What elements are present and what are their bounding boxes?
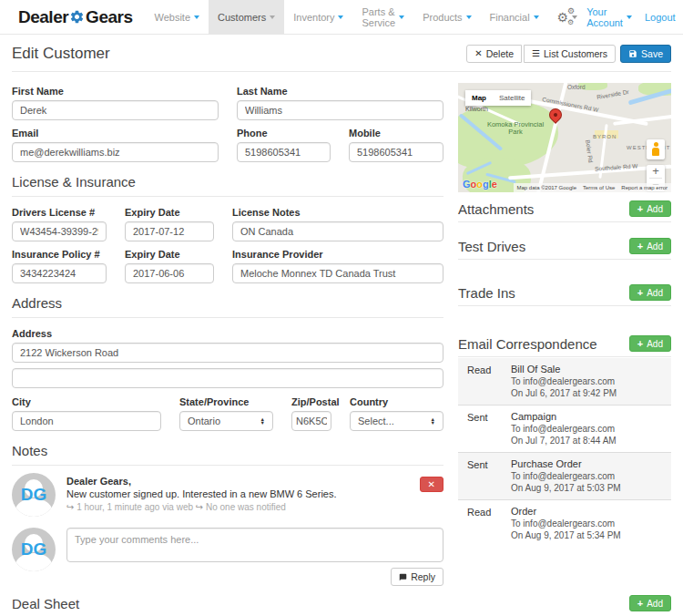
license-expiry-input[interactable]: [125, 221, 214, 241]
last-name-input[interactable]: [237, 100, 443, 120]
note-meta: ↪ 1 hour, 1 minute ago via web ↪ No one …: [66, 502, 409, 512]
header-divider: [12, 71, 671, 72]
map-label-oxford: Oxford: [567, 84, 586, 90]
add-deal-button[interactable]: +Add: [629, 595, 671, 611]
caret-down-icon: [534, 15, 539, 19]
nav-products[interactable]: Products: [413, 0, 480, 34]
close-x-icon: ✕: [428, 479, 435, 489]
plus-icon: +: [637, 338, 643, 349]
caret-down-icon: [338, 15, 343, 19]
address-line2-input[interactable]: [12, 368, 443, 388]
save-label: Save: [641, 48, 663, 59]
note-meta-time: 1 hour, 1 minute ago via web: [76, 502, 193, 512]
add-label: Add: [647, 339, 663, 349]
brand-text-dealer: Dealer: [18, 7, 68, 27]
nav-parts-service-label: Parts & Service: [362, 6, 395, 28]
phone-input[interactable]: [237, 142, 331, 162]
email-input[interactable]: [12, 142, 219, 162]
nav-inventory[interactable]: Inventory: [284, 0, 352, 34]
section-divider: [458, 356, 671, 357]
add-test-drive-button[interactable]: +Add: [629, 238, 671, 254]
map-button[interactable]: Map: [465, 90, 493, 106]
save-button[interactable]: Save: [620, 45, 671, 63]
state-province-value: Ontario: [188, 416, 220, 426]
map-label-riverside: Riverside Dr: [596, 88, 629, 100]
logout-link[interactable]: Logout: [645, 12, 676, 23]
navbar: Dealer Gears Website Customers Inventory…: [0, 0, 683, 35]
drivers-license-input[interactable]: [12, 221, 107, 241]
address-title: Address: [12, 295, 443, 311]
section-divider: [12, 317, 443, 318]
share-arrow-icon: ↪: [196, 502, 203, 512]
caret-down-icon: [466, 15, 472, 19]
delete-note-button[interactable]: ✕: [420, 477, 443, 492]
state-province-select[interactable]: Ontario▲▼: [179, 411, 273, 431]
list-customers-button[interactable]: ☰List Customers: [524, 45, 616, 63]
gear-logo-icon: [69, 9, 85, 25]
nav-financial-label: Financial: [490, 12, 530, 23]
nav-customers[interactable]: Customers: [209, 0, 284, 34]
nav-settings[interactable]: ⚙⚙⚙: [548, 0, 587, 34]
add-label: Add: [647, 599, 663, 609]
your-account-link[interactable]: Your Account: [586, 6, 632, 28]
city-input[interactable]: [12, 411, 161, 431]
email-subject: Purchase Order: [511, 458, 662, 470]
delete-button[interactable]: ✕Delete: [466, 45, 522, 63]
email-row[interactable]: Sent Purchase Order To info@dealergears.…: [458, 452, 671, 499]
add-attachment-button[interactable]: +Add: [629, 200, 671, 217]
email-row[interactable]: Read Bill Of Sale To info@dealergears.co…: [458, 358, 671, 405]
phone-label: Phone: [237, 128, 331, 139]
state-province-label: State/Province: [179, 396, 273, 407]
terms-of-use-link[interactable]: Terms of Use: [583, 185, 615, 190]
zoom-in-button[interactable]: +: [647, 165, 665, 178]
speech-bubble-icon: [399, 573, 407, 581]
email-date: On Jul 7, 2017 at 8:44 AM: [511, 435, 662, 447]
email-row[interactable]: Sent Campaign To info@dealergears.com On…: [458, 405, 671, 452]
avatar: DG: [12, 473, 56, 517]
license-notes-input[interactable]: [232, 221, 443, 241]
email-row[interactable]: Read Order To info@dealergears.com On Au…: [458, 499, 671, 547]
email-to: To info@dealergears.com: [511, 470, 662, 482]
email-date: On Aug 9, 2017 at 5:03 PM: [511, 482, 662, 494]
map-label-kilworth: Kilworth: [465, 106, 488, 112]
select-arrows-icon: ▲▼: [431, 417, 435, 425]
comment-textarea[interactable]: [66, 528, 443, 562]
list-customers-label: List Customers: [544, 48, 607, 59]
zip-postal-input[interactable]: [291, 411, 331, 431]
insurance-provider-input[interactable]: [232, 263, 443, 283]
add-email-button[interactable]: +Add: [629, 335, 671, 352]
first-name-input[interactable]: [12, 100, 219, 120]
add-label: Add: [647, 204, 663, 214]
satellite-button[interactable]: Satellite: [493, 90, 531, 106]
pegman-control[interactable]: [647, 139, 665, 159]
nav-right: Your Account Logout: [586, 0, 683, 34]
brand-logo[interactable]: Dealer Gears: [0, 0, 145, 34]
nav-customers-label: Customers: [218, 12, 266, 23]
google-map[interactable]: Kilworth Komoka Provincial Park BYRON Co…: [458, 83, 671, 192]
notes-title: Notes: [12, 443, 443, 458]
insurance-expiry-input[interactable]: [125, 263, 214, 283]
pegman-icon: [654, 142, 658, 147]
country-select[interactable]: Select...▲▼: [350, 411, 443, 431]
nav-financial[interactable]: Financial: [481, 0, 548, 34]
nav-parts-service[interactable]: Parts & Service: [352, 0, 413, 34]
map-attribution: Map data ©2017 Google Terms of Use Repor…: [514, 183, 672, 192]
mobile-input[interactable]: [349, 142, 443, 162]
nav-website[interactable]: Website: [145, 0, 209, 34]
report-map-error-link[interactable]: Report a map error: [621, 185, 668, 190]
email-status: Read: [467, 364, 511, 399]
add-trade-in-button[interactable]: +Add: [629, 284, 671, 301]
avatar-initials: DG: [12, 528, 56, 571]
map-label-boler: Boler Rd: [585, 139, 594, 163]
caret-down-icon: [194, 15, 199, 19]
address-line1-input[interactable]: [12, 343, 443, 363]
email-subject: Campaign: [511, 411, 662, 423]
nav-products-label: Products: [423, 12, 462, 23]
insurance-policy-input[interactable]: [12, 263, 107, 283]
email-date: On Jul 6, 2017 at 9:42 PM: [511, 387, 662, 399]
insurance-expiry-label: Expiry Date: [125, 249, 214, 260]
drivers-license-label: Drivers License #: [12, 207, 107, 218]
reply-button[interactable]: Reply: [391, 568, 443, 586]
deal-sheet-title: Deal Sheet: [12, 596, 79, 611]
plus-icon: +: [637, 203, 643, 214]
